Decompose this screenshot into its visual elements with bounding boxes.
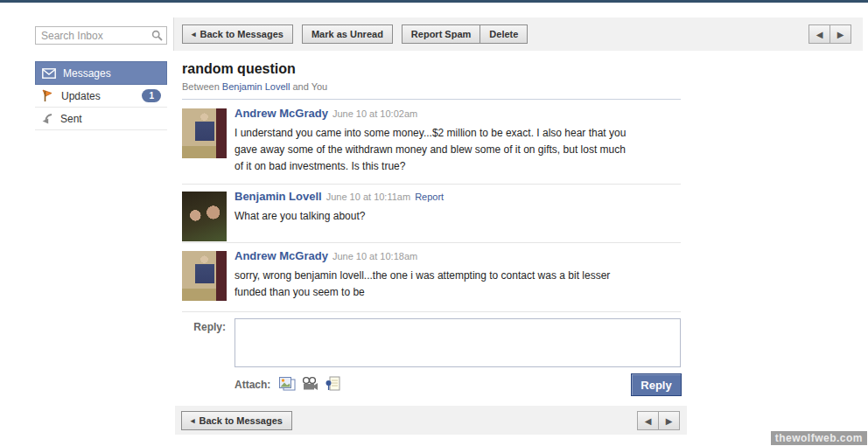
author-link[interactable]: Benjamin Lovell (234, 190, 322, 203)
timestamp: June 10 at 10:02am (332, 108, 417, 119)
thread-pager: ◀ ▶ (808, 24, 851, 44)
bottom-toolbar: ◂ Back to Messages ◀ ▶ (175, 406, 687, 435)
next-arrow-icon: ▶ (666, 416, 673, 426)
attach-link-icon[interactable] (325, 376, 342, 392)
previous-thread-button[interactable]: ◀ (637, 411, 659, 430)
spam-delete-button-group: Report Spam Delete (402, 24, 528, 44)
search-inbox-box (35, 26, 167, 45)
attach-video-icon[interactable] (301, 376, 318, 392)
mark-as-unread-button[interactable]: Mark as Unread (302, 24, 393, 44)
delete-button[interactable]: Delete (480, 24, 528, 44)
back-to-messages-button-bottom[interactable]: ◂ Back to Messages (181, 411, 292, 430)
sidebar-item-label: Messages (63, 67, 111, 80)
report-spam-button[interactable]: Report Spam (402, 24, 480, 44)
back-to-messages-button[interactable]: ◂ Back to Messages (182, 24, 293, 44)
back-arrow-icon: ◂ (191, 417, 195, 425)
message-body: What are you talking about? (234, 208, 626, 225)
sidebar-item-sent[interactable]: Sent (35, 108, 167, 130)
prev-arrow-icon: ◀ (645, 416, 652, 426)
message-toolbar: ◂ Back to Messages Mark as Unread Report… (173, 17, 863, 51)
timestamp: June 10 at 10:11am (326, 192, 410, 202)
author-link[interactable]: Andrew McGrady (234, 249, 328, 262)
attach-photo-icon[interactable] (278, 376, 296, 392)
envelope-icon (42, 68, 56, 79)
message-body: sorry, wrong benjamin lovell...the one i… (234, 268, 626, 301)
thread-title: random question (182, 61, 296, 77)
avatar[interactable] (182, 192, 227, 241)
sent-arrow-icon (41, 113, 53, 125)
message-item: Andrew McGradyJune 10 at 10:18am sorry, … (182, 249, 681, 301)
attach-label: Attach: (234, 379, 270, 391)
search-icon (151, 30, 163, 41)
reply-button[interactable]: Reply (631, 373, 682, 396)
prev-arrow-icon: ◀ (816, 30, 823, 39)
report-link[interactable]: Report (415, 192, 444, 202)
flag-icon (41, 89, 54, 102)
top-bar (0, 0, 868, 3)
reply-textarea[interactable] (234, 318, 681, 367)
updates-count-badge: 1 (142, 89, 161, 102)
message-divider (182, 242, 681, 243)
message-divider (182, 184, 681, 185)
previous-thread-button[interactable]: ◀ (808, 24, 830, 44)
thread-participants: BetweenBenjamin Lovelland You (182, 81, 327, 92)
sidebar-item-label: Sent (60, 113, 82, 125)
sidebar-item-label: Updates (61, 90, 101, 102)
sidebar-menu: Messages Updates 1 Sent (35, 61, 167, 130)
reply-divider (182, 311, 681, 312)
back-arrow-icon: ◂ (192, 31, 196, 38)
thread-pager-bottom: ◀ ▶ (637, 411, 680, 430)
message-body: I understand you came into some money...… (234, 125, 626, 175)
header-divider (182, 99, 681, 100)
next-arrow-icon: ▶ (837, 30, 844, 39)
sidebar-item-updates[interactable]: Updates 1 (35, 85, 167, 108)
next-thread-button[interactable]: ▶ (658, 411, 680, 430)
reply-label: Reply: (180, 321, 226, 333)
author-link[interactable]: Andrew McGrady (234, 107, 328, 120)
timestamp: June 10 at 10:18am (332, 251, 417, 261)
message-item: Andrew McGradyJune 10 at 10:02am I under… (182, 107, 681, 175)
avatar[interactable] (182, 108, 227, 158)
messages-page: Messages Updates 1 Sent ◂ Back to Messag… (0, 0, 868, 446)
next-thread-button[interactable]: ▶ (830, 24, 851, 44)
sidebar-item-messages[interactable]: Messages (35, 61, 167, 85)
search-input[interactable] (36, 27, 166, 44)
participant-link[interactable]: Benjamin Lovell (222, 81, 290, 92)
message-item: Benjamin LovellJune 10 at 10:11amReport … (182, 190, 681, 225)
avatar[interactable] (182, 251, 227, 301)
watermark: thewolfweb.com (771, 431, 867, 445)
